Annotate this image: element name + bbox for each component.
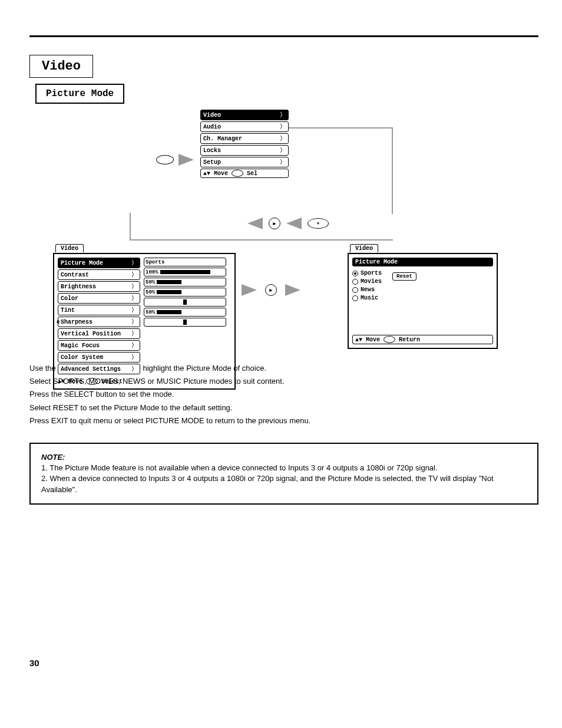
- radio-icon: [352, 279, 358, 285]
- label: Advanced Settings: [61, 366, 121, 373]
- row-contrast[interactable]: Contrast〉: [58, 269, 140, 280]
- label: Vertical Position: [61, 331, 121, 337]
- updown-icon: ▲▼: [58, 378, 65, 385]
- label: Color: [61, 295, 78, 302]
- label: Audio: [203, 124, 221, 130]
- row-color-system[interactable]: Color System〉: [58, 352, 140, 363]
- chevron-right-icon: 〉: [280, 111, 286, 119]
- remote-button-icon: [156, 155, 174, 164]
- picture-mode-osd-menu: Video Picture Mode Sports Movies News Mu…: [348, 242, 498, 349]
- option-sports[interactable]: Sports: [352, 270, 382, 276]
- row-sharpness[interactable]: Sharpness〉: [58, 317, 140, 327]
- value-vertical-position[interactable]: 0: [144, 318, 226, 327]
- label: 50%: [146, 279, 155, 285]
- chevron-right-icon: 〉: [280, 134, 286, 143]
- sel-label: Sel: [247, 170, 257, 177]
- chevron-right-icon: 〉: [131, 294, 137, 302]
- note-box: NOTE: 1. The Picture Mode feature is not…: [29, 443, 538, 505]
- remote-step-3: ▶: [242, 284, 300, 296]
- label: Picture Mode: [61, 260, 103, 266]
- row-brightness[interactable]: Brightness〉: [58, 281, 140, 292]
- paragraph: Press EXIT to quit menu or select PICTUR…: [29, 416, 538, 426]
- dpad-right-icon: ▶: [265, 284, 277, 296]
- radio-icon: [352, 295, 358, 301]
- menu-tab-label: Video: [350, 244, 378, 252]
- chevron-right-icon: 〉: [280, 146, 286, 154]
- value-brightness[interactable]: 50%: [144, 278, 226, 286]
- arrow-right-icon: [285, 284, 300, 296]
- label: Setup: [203, 159, 221, 166]
- label: Video: [203, 112, 221, 118]
- label: Magic Focus: [61, 342, 100, 349]
- option-news[interactable]: News: [352, 286, 382, 293]
- slider-fill: [157, 290, 181, 294]
- slider-fill: [160, 270, 210, 274]
- menu-item-video[interactable]: Video〉: [200, 110, 289, 120]
- value-contrast[interactable]: 100%: [144, 268, 226, 276]
- label: 0: [57, 319, 59, 325]
- label: Color System: [61, 354, 103, 361]
- slider-fill: [157, 280, 181, 284]
- label: Brightness: [61, 284, 96, 290]
- row-advanced-settings[interactable]: Advanced Settings〉: [58, 364, 140, 374]
- video-osd-menu: Video Picture Mode〉 Contrast〉 Brightness…: [53, 242, 236, 390]
- label: News: [361, 286, 375, 293]
- paragraph: Select RESET to set the Picture Mode to …: [29, 403, 538, 413]
- label: Music: [361, 295, 378, 301]
- reset-button[interactable]: Reset: [392, 272, 416, 281]
- arrow-left-icon: [247, 218, 263, 229]
- menu-item-setup[interactable]: Setup〉: [200, 157, 289, 167]
- updown-icon: ▲▼: [355, 337, 362, 343]
- select-icon: [384, 336, 395, 343]
- arrow-left-icon: [286, 218, 302, 229]
- label: Picture Mode: [355, 259, 398, 265]
- chevron-right-icon: 〉: [131, 306, 137, 314]
- label: Sports: [146, 259, 164, 265]
- row-color[interactable]: Color〉: [58, 293, 140, 304]
- row-picture-mode[interactable]: Picture Mode〉: [58, 258, 140, 268]
- page-number: 30: [29, 658, 538, 668]
- hint-bar: ▲▼ Move Sel: [200, 169, 289, 178]
- value-sharpness[interactable]: 50%: [144, 308, 226, 317]
- chevron-right-icon: 〉: [131, 271, 137, 279]
- chevron-right-icon: 〉: [131, 330, 137, 338]
- chevron-right-icon: 〉: [131, 341, 137, 350]
- menu-item-audio[interactable]: Audio〉: [200, 121, 289, 132]
- radio-icon: [352, 271, 358, 276]
- row-vertical-position[interactable]: Vertical Position〉: [58, 328, 140, 339]
- remote-step-2: ▶ ▾: [247, 218, 329, 229]
- chevron-right-icon: 〉: [280, 158, 286, 166]
- flow-line: [289, 127, 393, 214]
- note-line: 1. The Picture Mode feature is not avail…: [41, 463, 527, 473]
- chevron-right-icon: 〉: [131, 259, 137, 267]
- value-tint[interactable]: [144, 298, 226, 307]
- paragraph: Press the SELECT button to set the mode.: [29, 389, 538, 400]
- label: Tint: [61, 307, 75, 314]
- option-movies[interactable]: Movies: [352, 278, 382, 285]
- dpad-down-icon: ▾: [308, 218, 329, 229]
- chevron-right-icon: 〉: [131, 365, 137, 373]
- label: 50%: [146, 289, 155, 295]
- submenu-title: Picture Mode: [352, 258, 493, 266]
- section-title: Video: [29, 55, 93, 78]
- row-tint[interactable]: Tint〉: [58, 305, 140, 315]
- menu-item-locks[interactable]: Locks〉: [200, 145, 289, 156]
- option-music[interactable]: Music: [352, 295, 382, 301]
- row-magic-focus[interactable]: Magic Focus〉: [58, 340, 140, 351]
- section-subtitle: Picture Mode: [35, 84, 124, 104]
- remote-step-1: [156, 154, 194, 166]
- value-color[interactable]: 50%: [144, 288, 226, 297]
- slider-handle: [183, 319, 187, 325]
- ret-label: Return: [399, 337, 420, 343]
- label: Movies: [361, 278, 382, 285]
- label: 50%: [146, 309, 155, 315]
- menu-item-ch-manager[interactable]: Ch. Manager〉: [200, 133, 289, 144]
- label: Sharpness: [61, 319, 92, 325]
- label: Sports: [361, 270, 382, 276]
- chevron-right-icon: 〉: [280, 123, 286, 131]
- arrow-right-icon: [178, 154, 194, 166]
- chevron-right-icon: 〉: [131, 318, 137, 326]
- dpad-right-icon: ▶: [269, 218, 280, 229]
- menu-tab-label: Video: [55, 244, 84, 252]
- hint-bar: ▲▼ Move Return: [352, 335, 493, 344]
